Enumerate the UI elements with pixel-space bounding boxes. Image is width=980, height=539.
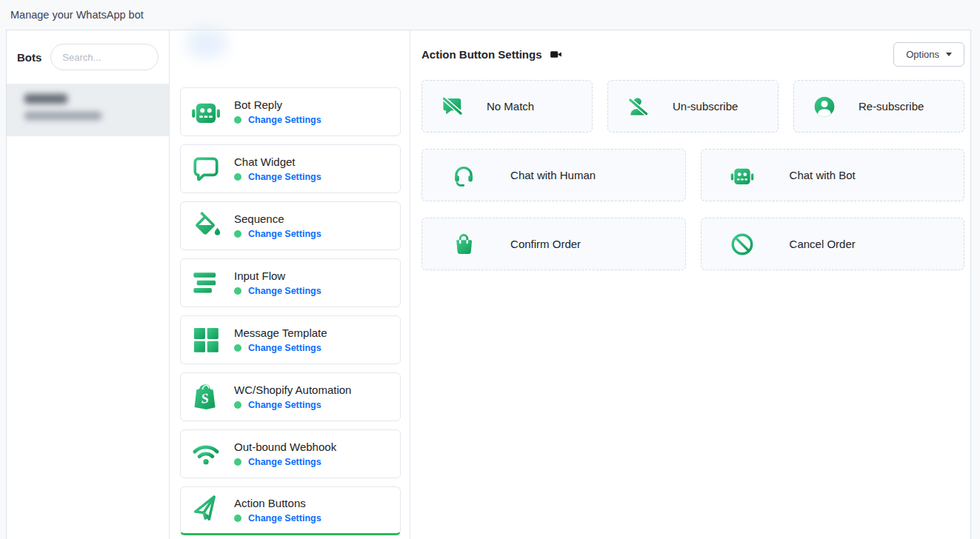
feature-title: Out-bound Webhook [234, 441, 336, 453]
user-slash-icon [627, 95, 650, 118]
action-chat-with-human[interactable]: Chat with Human [421, 149, 686, 201]
panel-title: Action Button Settings [421, 48, 541, 61]
action-label: Cancel Order [790, 238, 856, 250]
wifi-icon [190, 438, 222, 470]
chevron-down-icon [946, 53, 952, 56]
feature-card-message-template[interactable]: Message Template Change Settings [180, 315, 401, 364]
status-dot [234, 116, 241, 124]
options-button[interactable]: Options [893, 42, 964, 67]
change-settings-link[interactable]: Change Settings [248, 343, 321, 353]
status-dot [234, 344, 241, 352]
feature-card-sequence[interactable]: Sequence Change Settings [180, 201, 401, 250]
main-container: Bots Bot Reply Change Settings [6, 30, 971, 539]
robot-icon [730, 163, 755, 188]
bots-label: Bots [17, 51, 41, 64]
action-re-subscribe[interactable]: Re-subscribe [793, 80, 964, 133]
chat-bubble-icon [190, 153, 222, 185]
change-settings-link[interactable]: Change Settings [248, 115, 321, 125]
headset-icon [451, 163, 476, 188]
action-un-subscribe[interactable]: Un-subscribe [607, 80, 779, 133]
action-no-match[interactable]: No Match [421, 80, 593, 133]
status-dot [234, 458, 241, 466]
page-title: Manage your WhatsApp bot [10, 9, 144, 21]
action-confirm-order[interactable]: Confirm Order [421, 218, 686, 270]
feature-card-action-buttons[interactable]: Action Buttons Change Settings [180, 486, 401, 535]
action-label: Re-subscribe [859, 100, 924, 113]
feature-title: Message Template [234, 327, 327, 339]
status-dot [234, 287, 241, 295]
grid-icon [190, 324, 222, 356]
change-settings-link[interactable]: Change Settings [248, 172, 321, 182]
video-camera-icon[interactable] [550, 48, 562, 61]
chat-slash-icon [441, 95, 464, 118]
shopping-bag-icon [451, 232, 476, 257]
change-settings-link[interactable]: Change Settings [248, 457, 321, 467]
action-label: Un-subscribe [673, 100, 738, 113]
bot-phone-redacted [24, 112, 101, 120]
action-label: No Match [487, 100, 534, 113]
change-settings-link[interactable]: Change Settings [248, 400, 321, 410]
status-dot [234, 515, 241, 522]
change-settings-link[interactable]: Change Settings [248, 229, 321, 239]
bot-search-input[interactable] [50, 44, 159, 70]
prohibited-icon [730, 232, 755, 257]
feature-title: Sequence [234, 212, 321, 225]
feature-title: Bot Reply [234, 98, 321, 111]
feature-card-list: Bot Reply Change Settings Chat Widget Ch… [180, 87, 401, 535]
action-buttons-grid: No Match Un-subscribe Re-subscribe [421, 80, 964, 270]
bot-list-item-selected[interactable] [7, 84, 169, 136]
feature-title: Action Buttons [234, 497, 321, 509]
top-header-bar: Manage your WhatsApp bot [0, 0, 980, 30]
action-chat-with-bot[interactable]: Chat with Bot [701, 149, 965, 201]
status-dot [234, 401, 241, 409]
sidebar-header: Bots [7, 30, 169, 84]
feature-card-input-flow[interactable]: Input Flow Change Settings [180, 258, 401, 307]
action-button-settings-panel: Action Button Settings Options No Match [410, 30, 970, 539]
paint-bucket-icon [190, 210, 222, 242]
options-button-label: Options [906, 49, 939, 60]
feature-card-shopify-automation[interactable]: S WC/Shopify Automation Change Settings [180, 372, 401, 421]
bot-name-redacted [24, 94, 67, 104]
action-label: Chat with Bot [790, 169, 856, 181]
paper-plane-icon [190, 494, 222, 526]
change-settings-link[interactable]: Change Settings [248, 513, 321, 523]
user-circle-icon [813, 95, 836, 118]
action-cancel-order[interactable]: Cancel Order [701, 218, 965, 270]
feature-title: Input Flow [234, 270, 321, 282]
status-dot [234, 230, 241, 238]
feature-card-chat-widget[interactable]: Chat Widget Change Settings [180, 144, 401, 193]
shopify-icon: S [190, 381, 222, 413]
action-label: Confirm Order [510, 238, 581, 250]
feature-card-outbound-webhook[interactable]: Out-bound Webhook Change Settings [180, 429, 401, 478]
status-dot [234, 173, 241, 181]
change-settings-link[interactable]: Change Settings [248, 286, 321, 296]
feature-column: Bot Reply Change Settings Chat Widget Ch… [170, 30, 410, 539]
feature-title: WC/Shopify Automation [234, 384, 351, 396]
action-label: Chat with Human [510, 169, 596, 181]
feature-card-bot-reply[interactable]: Bot Reply Change Settings [180, 87, 401, 136]
bots-sidebar: Bots [7, 30, 170, 539]
panel-header: Action Button Settings Options [421, 42, 964, 66]
bars-icon [190, 267, 222, 299]
robot-icon [190, 96, 222, 128]
feature-title: Chat Widget [234, 155, 321, 168]
blurred-blob [186, 27, 227, 58]
